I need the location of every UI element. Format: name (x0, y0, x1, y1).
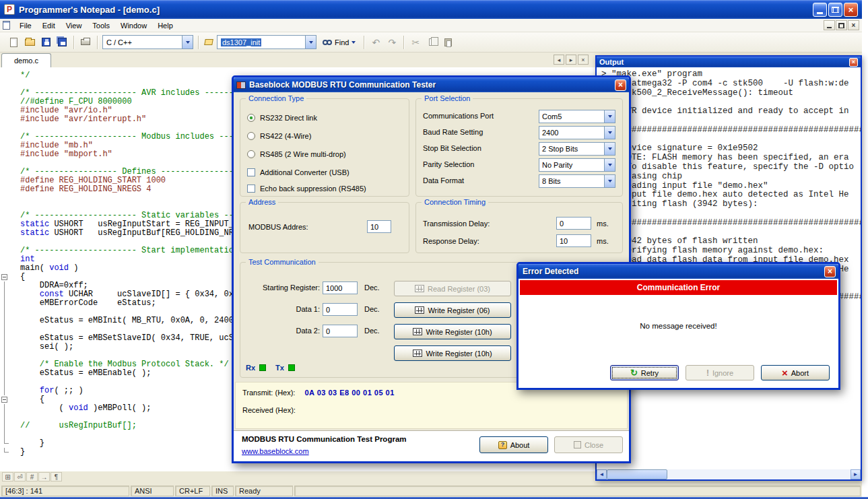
paste-button (440, 34, 456, 51)
chevron-down-icon[interactable] (604, 159, 615, 171)
close-label: Close (585, 441, 603, 449)
save-all-button[interactable] (54, 34, 70, 51)
fold-margin (0, 369, 11, 378)
tab-label: demo.c (14, 57, 38, 65)
menu-edit[interactable]: Edit (37, 20, 61, 31)
modbus-dialog-icon (236, 81, 246, 89)
menu-view[interactable]: View (61, 20, 88, 31)
close-tab-button[interactable]: × (578, 55, 589, 65)
output-line (601, 116, 861, 125)
port-row-label: Stop Bit Selection (423, 144, 481, 152)
redo-button[interactable]: ↷ (384, 34, 400, 51)
retry-icon: ↻ (630, 370, 638, 376)
port-row: Data Format8 Bits (423, 174, 615, 188)
write-register-10h-button-2[interactable]: Write Register (10h) (394, 345, 511, 361)
find-label: Find (335, 38, 349, 46)
restore-button[interactable] (828, 3, 842, 17)
mdi-restore-button[interactable] (836, 20, 847, 30)
fold-margin (0, 115, 11, 124)
menu-tools[interactable]: Tools (87, 20, 115, 31)
modbus-dialog-titlebar[interactable]: Baseblock MODBUS RTU Communication Teste… (234, 77, 629, 92)
scroll-track[interactable] (607, 469, 850, 479)
button-label: Read Register (03) (428, 285, 490, 293)
fold-margin (0, 159, 11, 168)
line-ending-indicator: CR+LF (175, 486, 210, 496)
combo-baud-rate-setting[interactable]: 2400 (539, 126, 615, 139)
chevron-down-icon[interactable] (604, 110, 615, 123)
save-icon (42, 38, 51, 46)
write-register-06-button[interactable]: Write Register (06) (394, 302, 511, 318)
minimize-button[interactable] (813, 3, 827, 17)
binoculars-icon (323, 40, 332, 45)
mdi-minimize-button[interactable] (824, 20, 835, 30)
combo-value: No Parity (542, 161, 572, 169)
undo-button[interactable]: ↶ (368, 34, 384, 51)
output-line: g | ####################################… (601, 125, 861, 135)
fold-margin (0, 246, 11, 255)
scroll-left-button[interactable]: ◄ (597, 469, 607, 479)
about-button[interactable]: About (479, 436, 548, 453)
open-file-button[interactable] (22, 34, 38, 51)
chevron-down-icon[interactable] (305, 36, 316, 48)
tab-demo-c[interactable]: demo.c (1, 53, 51, 67)
modbus-dialog-close-button[interactable]: × (615, 79, 626, 91)
combo-communications-port[interactable]: Com5 (539, 110, 615, 123)
connection-timing-group: Connection Timing Transmission Delay:0ms… (415, 202, 623, 253)
abort-button[interactable]: × Abort (761, 365, 830, 380)
save-button[interactable] (38, 34, 54, 51)
menu-items: FileEditViewToolsWindowHelp (14, 20, 178, 31)
error-banner: Communication Error (520, 280, 837, 295)
error-dialog-close-button[interactable]: × (824, 266, 836, 277)
next-tab-button[interactable]: ▸ (566, 55, 576, 65)
checkbox-additional-converter[interactable] (247, 168, 255, 176)
mdi-close-button[interactable]: × (848, 20, 859, 30)
window-title: Programmer's Notepad - [demo.c] (19, 5, 813, 15)
line-numbers-icon[interactable]: # (26, 472, 38, 481)
timing-input[interactable]: 0 (556, 217, 591, 230)
radio-rs422[interactable] (247, 132, 255, 140)
status-filler (294, 486, 861, 496)
baseblock-link[interactable]: www.baseblock.com (242, 447, 309, 455)
print-button[interactable] (77, 34, 94, 51)
chevron-down-icon[interactable] (604, 127, 615, 139)
combo-stop-bit-selection[interactable]: 2 Stop Bits (539, 142, 615, 156)
prev-tab-button[interactable]: ◂ (554, 55, 564, 65)
combo-parity-selection[interactable]: No Parity (539, 158, 615, 172)
symbol-combo-value: ds1307_init (221, 38, 261, 46)
screen: Programmer's Notepad - [demo.c] × FileEd… (0, 0, 868, 499)
fold-margin (0, 395, 11, 404)
tx-label: Tx (275, 364, 284, 372)
retry-button[interactable]: ↻ Retry (610, 365, 679, 380)
close-window-button[interactable]: × (844, 3, 858, 17)
menu-file[interactable]: File (14, 20, 37, 31)
line-ending-icon[interactable]: ⏎ (14, 472, 26, 481)
menu-window[interactable]: Window (115, 20, 152, 31)
menu-help[interactable]: Help (152, 20, 178, 31)
write-register-10h-button[interactable]: Write Register (10h) (394, 324, 511, 339)
scroll-right-button[interactable]: ► (850, 469, 861, 479)
tab-marker-icon[interactable]: → (38, 472, 50, 481)
radio-rs232-direct-link[interactable] (247, 114, 255, 122)
output-titlebar[interactable]: Output × (597, 57, 861, 67)
output-close-button[interactable]: × (849, 58, 858, 67)
modbus-address-input[interactable]: 10 (367, 220, 391, 233)
error-dialog-titlebar[interactable]: Error Detected × (519, 264, 838, 279)
pilcrow-icon[interactable]: ¶ (51, 472, 62, 481)
language-combo[interactable]: C / C++ (102, 35, 193, 49)
checkbox-echo-back-suppression[interactable] (247, 185, 255, 193)
find-button[interactable]: Find (318, 35, 360, 50)
radio-rs485[interactable] (247, 150, 255, 158)
combo-data-format[interactable]: 8 Bits (539, 174, 615, 188)
chevron-down-icon[interactable] (604, 143, 615, 155)
transmit-value: 0A 03 03 E8 00 01 05 01 (304, 389, 394, 397)
symbol-combo[interactable]: ds1307_init (217, 35, 316, 49)
app-titlebar[interactable]: Programmer's Notepad - [demo.c] × (0, 0, 862, 19)
split-window-icon[interactable]: ⊞ (2, 472, 13, 481)
timing-input[interactable]: 10 (556, 234, 591, 247)
chevron-down-icon[interactable] (604, 175, 615, 187)
new-file-button[interactable] (5, 34, 22, 51)
port-selection-rows: Communications PortCom5Baud Rate Setting… (416, 99, 622, 196)
scroll-thumb[interactable] (607, 469, 667, 479)
chevron-down-icon[interactable] (182, 36, 193, 48)
close-dialog-button: Close (554, 436, 623, 453)
